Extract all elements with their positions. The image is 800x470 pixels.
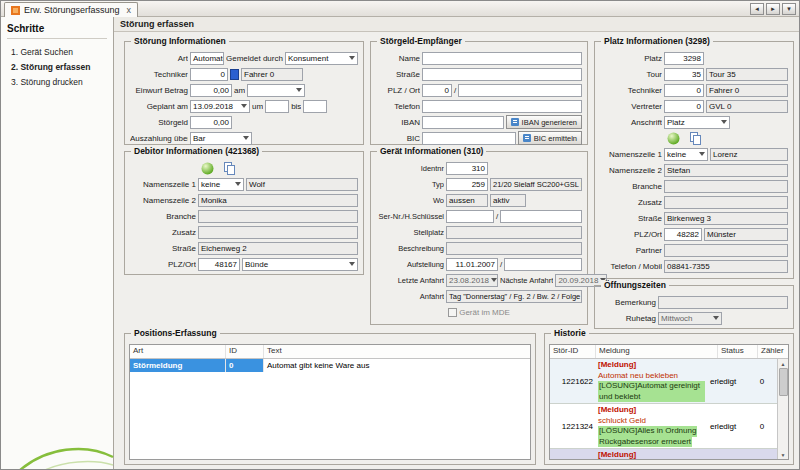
bic-ermitteln-button[interactable]: BIC ermitteln — [518, 131, 582, 145]
plz-field[interactable]: 48167 — [198, 258, 240, 271]
um-field[interactable] — [265, 100, 289, 113]
slash-separator: / — [496, 212, 498, 221]
group-title: Öffnungszeiten — [601, 280, 669, 290]
column-header-zaehler[interactable]: Zähler — [758, 345, 788, 358]
main-panel: Störung erfassen Störung Informationen A… — [114, 17, 800, 470]
stoergeld-field[interactable]: 0,00 — [190, 116, 232, 129]
refresh-button[interactable] — [665, 130, 681, 146]
column-header-art[interactable]: Art — [130, 345, 226, 358]
form-icon — [511, 118, 519, 126]
scroll-thumb[interactable] — [779, 368, 788, 396]
identnr-field[interactable]: 310 — [446, 162, 488, 175]
group-title: Störgeld-Empfänger — [377, 36, 465, 46]
vertical-scrollbar[interactable]: ▲ ▼ — [777, 359, 788, 459]
namenszeile1-label: Namenszeile 1 — [600, 150, 662, 159]
dock-right-button[interactable]: ► — [766, 3, 780, 15]
tab-stoerungserfassung[interactable]: Erw. Störungserfassung x — [4, 2, 138, 17]
telefon-field[interactable] — [422, 100, 582, 113]
dock-left-button[interactable]: ◄ — [750, 3, 764, 15]
bemerkung-label: Bemerkung — [600, 298, 656, 307]
techniker-nr-field[interactable]: 0 — [190, 68, 228, 81]
table-row[interactable]: 1221324 [Meldung] schluckt Geld [LÖSUNG]… — [550, 404, 777, 449]
copy-button[interactable] — [687, 130, 703, 146]
copy-button[interactable] — [221, 160, 237, 176]
cell-stoer-id: 1219305 — [550, 449, 596, 459]
tour-nr-field[interactable]: 35 — [664, 68, 704, 81]
column-header-id[interactable]: ID — [226, 345, 264, 358]
ort-select[interactable]: Bünde — [242, 258, 358, 271]
dropdown-arrow-icon — [296, 88, 302, 92]
namenszeile1-select[interactable]: keine — [198, 178, 244, 191]
step-geraet-suchen[interactable]: 1. Gerät Suchen — [11, 47, 113, 57]
historie-table: Stör-ID Meldung Status Zähler 1221622 [M… — [549, 344, 789, 460]
aufstellung-date-field[interactable]: 11.01.2007 — [446, 258, 498, 271]
ort-field[interactable] — [458, 84, 582, 97]
cell-stoer-id: 1221622 — [550, 359, 596, 403]
green-ball-icon — [201, 162, 214, 175]
group-title: Gerät Informationen (310) — [377, 146, 486, 156]
column-header-status[interactable]: Status — [718, 345, 758, 358]
namenszeile2-label: Namenszeile 2 — [600, 166, 662, 175]
iban-field[interactable] — [422, 116, 504, 129]
gemeldet-durch-select[interactable]: Konsument — [285, 52, 358, 65]
am-label: am — [234, 86, 245, 95]
art-select[interactable]: Automatenstörung — [190, 52, 224, 65]
platz-label: Platz — [600, 54, 662, 63]
bis-field[interactable] — [303, 100, 327, 113]
zusatz-field — [664, 196, 788, 209]
geplant-am-date-select[interactable]: 13.09.2018 — [190, 100, 250, 113]
ruhetag-label: Ruhetag — [600, 314, 656, 323]
beschreibung-label: Beschreibung — [376, 244, 444, 253]
iban-generieren-button[interactable]: IBAN generieren — [506, 115, 582, 129]
group-debitor-informationen: Debitor Informationen (421368) Namenszei… — [124, 151, 364, 275]
zusatz-label: Zusatz — [600, 198, 662, 207]
dropdown-arrow-icon — [241, 104, 247, 108]
platz-nr-field[interactable]: 3298 — [664, 52, 704, 65]
refresh-button[interactable] — [199, 160, 215, 176]
auszahlung-ueber-select[interactable]: Bar — [190, 132, 252, 145]
identnr-label: Identnr — [376, 164, 444, 173]
column-header-meldung[interactable]: Meldung — [596, 345, 718, 358]
techniker-nr-field[interactable]: 0 — [664, 84, 704, 97]
einwurf-betrag-field[interactable]: 0,00 — [190, 84, 232, 97]
bic-field[interactable] — [422, 132, 516, 145]
telefon-mobil-label: Telefon / Mobil — [600, 262, 662, 271]
art-label: Art — [130, 54, 188, 63]
dropdown-arrow-icon — [491, 278, 497, 282]
am-select[interactable] — [247, 84, 305, 97]
menu-down-button[interactable]: ▼ — [782, 3, 796, 15]
copy-icon — [223, 162, 236, 175]
table-row[interactable]: 1221622 [Meldung] Automat neu bekleben [… — [550, 359, 777, 404]
scroll-up-icon[interactable]: ▲ — [781, 359, 786, 368]
tab-close-icon[interactable]: x — [127, 6, 132, 15]
aufstellung2-field[interactable] — [504, 258, 582, 271]
plz-field[interactable]: 0 — [422, 84, 452, 97]
zusatz-label: Zusatz — [130, 228, 196, 237]
group-positions-erfassung: Positions-Erfassung Art ID Text Störmeld… — [124, 333, 536, 465]
typ-nr-field[interactable]: 259 — [446, 178, 488, 191]
table-row[interactable]: 1219305 [Meldung] Defekt 14 Euro [LÖSUNG… — [550, 449, 777, 459]
anschrift-label: Anschrift — [600, 118, 662, 127]
plz-field[interactable]: 48282 — [664, 228, 702, 241]
name-field[interactable] — [422, 52, 582, 65]
cell-text: Automat gibt keine Ware aus — [264, 359, 530, 372]
vertreter-label: Vertreter — [600, 102, 662, 111]
strasse-field[interactable] — [422, 68, 582, 81]
scroll-down-icon[interactable]: ▼ — [781, 450, 786, 459]
ruhetag-select: Mittwoch — [658, 312, 722, 325]
techniker-color-button[interactable] — [230, 69, 239, 80]
vertreter-nr-field[interactable]: 0 — [664, 100, 704, 113]
step-stoerung-drucken[interactable]: 3. Störung drucken — [11, 77, 113, 87]
branche-field — [664, 180, 788, 193]
table-row[interactable]: Störmeldung 0 Automat gibt keine Ware au… — [130, 359, 530, 372]
hschluessel-field[interactable] — [500, 210, 582, 223]
step-stoerung-erfassen[interactable]: 2. Störung erfassen — [11, 62, 113, 72]
anschrift-select[interactable]: Platz — [664, 116, 730, 129]
sernr-field[interactable] — [446, 210, 494, 223]
iban-label: IBAN — [376, 118, 420, 127]
positionen-table: Art ID Text Störmeldung 0 Automat gibt k… — [129, 344, 531, 460]
namenszeile1-select[interactable]: keine — [664, 148, 708, 161]
column-header-text[interactable]: Text — [264, 345, 530, 358]
tour-name-field: Tour 35 — [706, 68, 788, 81]
column-header-stoer-id[interactable]: Stör-ID — [550, 345, 596, 358]
